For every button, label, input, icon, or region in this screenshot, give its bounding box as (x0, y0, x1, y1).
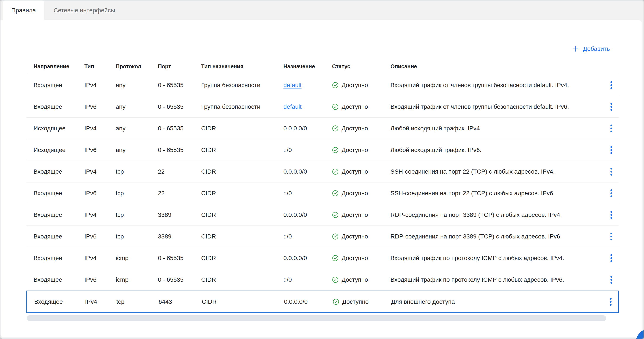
row-actions-button[interactable] (608, 79, 614, 91)
cell-direction: Исходящее (26, 147, 84, 153)
row-actions-button[interactable] (608, 122, 614, 134)
table-row[interactable]: Исходящее IPv6 any 0 - 65535 CIDR ::/0 Д… (26, 139, 619, 161)
table-row[interactable]: Входящее IPv6 tcp 3389 CIDR ::/0 Доступн… (26, 226, 619, 247)
cell-status: Доступно (332, 190, 390, 197)
check-circle-icon (332, 212, 338, 218)
cell-description: Входящий трафик от членов группы безопас… (390, 82, 604, 89)
plus-icon (572, 45, 579, 52)
table-row[interactable]: Входящее IPv4 tcp 3389 CIDR 0.0.0.0/0 До… (26, 204, 619, 226)
cell-protocol: tcp (116, 298, 158, 305)
cell-protocol: any (116, 147, 158, 153)
cell-status: Доступно (332, 168, 390, 175)
cell-actions (604, 166, 619, 178)
row-actions-button[interactable] (608, 101, 614, 113)
row-actions-button[interactable] (608, 144, 614, 156)
cell-direction: Входящее (26, 82, 84, 89)
cell-status: Доступно (332, 233, 390, 240)
check-circle-icon (332, 233, 338, 240)
table-row[interactable]: Входящее IPv6 tcp 22 CIDR ::/0 Доступно … (26, 182, 619, 204)
cell-status: Доступно (332, 255, 390, 262)
status-label: Доступно (342, 103, 368, 110)
check-circle-icon (332, 168, 338, 175)
horizontal-scrollbar[interactable] (27, 315, 606, 321)
cell-description: Любой исходящий трафик. IPv6. (390, 147, 604, 153)
cell-status: Доступно (332, 125, 390, 132)
cell-description: Входящий трафик по протоколу ICMP с любы… (390, 276, 604, 283)
target-link[interactable]: default (284, 82, 302, 88)
cell-description: Входящий трафик по протоколу ICMP с любы… (390, 255, 604, 262)
table-header-row: Направление Тип Протокол Порт Тип назнач… (26, 59, 619, 74)
cell-actions (604, 101, 619, 113)
cell-target: 0.0.0.0/0 (284, 211, 332, 218)
kebab-icon (610, 124, 612, 126)
check-circle-icon (332, 125, 338, 132)
row-actions-button[interactable] (608, 274, 614, 286)
row-actions-button[interactable] (608, 252, 614, 264)
cell-target-type: Группа безопасности (201, 82, 284, 89)
cell-protocol: icmp (116, 276, 158, 283)
target-value: ::/0 (284, 276, 292, 283)
table-body: Входящее IPv4 any 0 - 65535 Группа безоп… (26, 74, 619, 313)
status-label: Доступно (342, 255, 368, 262)
rules-table: Направление Тип Протокол Порт Тип назнач… (26, 59, 619, 313)
cell-target: 0.0.0.0/0 (284, 298, 333, 305)
tab-bar: Правила Сетевые интерфейсы (0, 0, 644, 20)
target-value: ::/0 (284, 233, 292, 240)
table-row[interactable]: Входящее IPv6 icmp 0 - 65535 CIDR ::/0 Д… (26, 269, 619, 291)
cell-type: IPv4 (84, 211, 116, 218)
cell-actions (604, 187, 619, 199)
cell-protocol: any (116, 103, 158, 110)
cell-type: IPv6 (84, 190, 116, 197)
cell-protocol: tcp (116, 190, 158, 197)
cell-direction: Входящее (26, 211, 84, 218)
cell-direction: Входящее (27, 298, 85, 305)
cell-description: Для внешнего доступа (391, 298, 603, 305)
cell-status: Доступно (332, 276, 390, 283)
cell-protocol: tcp (116, 211, 158, 218)
kebab-icon (610, 146, 612, 148)
cell-status: Доступно (332, 211, 390, 218)
cell-direction: Входящее (26, 190, 84, 197)
cell-port: 0 - 65535 (158, 255, 201, 262)
row-actions-button[interactable] (608, 209, 614, 221)
cell-target-type: CIDR (201, 276, 284, 283)
add-rule-button[interactable]: Добавить (572, 45, 610, 52)
table-row[interactable]: Входящее IPv4 icmp 0 - 65535 CIDR 0.0.0.… (26, 247, 619, 269)
cell-target: 0.0.0.0/0 (284, 168, 332, 175)
target-value: 0.0.0.0/0 (284, 125, 307, 132)
kebab-icon (610, 254, 612, 256)
row-actions-button[interactable] (608, 166, 614, 178)
row-actions-button[interactable] (608, 187, 614, 199)
target-link[interactable]: default (284, 103, 302, 110)
check-circle-icon (332, 190, 338, 197)
cell-port: 22 (158, 168, 201, 175)
cell-port: 0 - 65535 (158, 125, 201, 132)
cell-actions (604, 79, 619, 91)
status-label: Доступно (342, 276, 368, 283)
cell-actions (604, 274, 619, 286)
cell-target: ::/0 (284, 190, 332, 197)
cell-description: SSH-соединения на порт 22 (TCP) с любых … (390, 190, 604, 197)
status-label: Доступно (342, 233, 368, 240)
tab-network-interfaces[interactable]: Сетевые интерфейсы (44, 0, 124, 20)
cell-protocol: tcp (116, 233, 158, 240)
check-circle-icon (332, 104, 338, 110)
cell-actions (604, 144, 619, 156)
table-row[interactable]: Входящее IPv4 tcp 6443 CIDR 0.0.0.0/0 До… (26, 291, 619, 313)
table-row[interactable]: Входящее IPv6 any 0 - 65535 Группа безоп… (26, 96, 619, 118)
cell-protocol: any (116, 82, 158, 89)
table-row[interactable]: Входящее IPv4 tcp 22 CIDR 0.0.0.0/0 Дост… (26, 161, 619, 182)
table-row[interactable]: Входящее IPv4 any 0 - 65535 Группа безоп… (26, 74, 619, 96)
cell-type: IPv4 (85, 298, 116, 305)
status-label: Доступно (342, 168, 368, 175)
cell-target-type: CIDR (201, 125, 284, 132)
cell-actions (604, 122, 619, 134)
kebab-icon (610, 298, 612, 300)
table-row[interactable]: Исходящее IPv4 any 0 - 65535 CIDR 0.0.0.… (26, 118, 619, 139)
cell-direction: Входящее (26, 168, 84, 175)
tab-rules[interactable]: Правила (3, 0, 44, 20)
cell-type: IPv6 (84, 147, 116, 153)
row-actions-button[interactable] (608, 296, 614, 308)
row-actions-button[interactable] (608, 231, 614, 243)
status-label: Доступно (342, 125, 368, 132)
